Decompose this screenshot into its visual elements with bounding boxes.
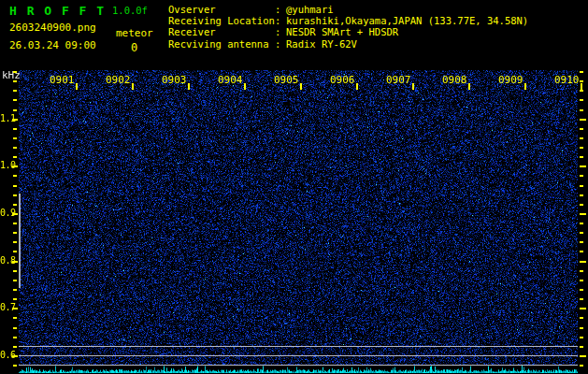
info-row-receiver: Receiver : NESDR SMArt + HDSDR <box>168 27 398 37</box>
freq-major-tick-right <box>580 119 586 121</box>
freq-minor-tick-left <box>13 251 17 252</box>
freq-minor-tick-left <box>13 223 17 224</box>
freq-major-tick-right <box>580 308 586 309</box>
freq-minor-tick-right <box>580 270 583 272</box>
freq-minor-tick-left <box>13 270 17 272</box>
freq-minor-tick-right <box>580 90 583 92</box>
info-colon: : <box>275 27 286 37</box>
time-tick <box>468 83 470 90</box>
freq-minor-tick-left <box>13 128 17 130</box>
freq-minor-tick-right <box>580 298 583 300</box>
freq-minor-tick-left <box>13 232 17 234</box>
freq-minor-tick-left <box>13 204 17 206</box>
frequency-unit-label: kHz <box>2 70 21 80</box>
freq-major-tick-right <box>580 261 586 263</box>
freq-minor-tick-right <box>580 137 583 139</box>
freq-major-tick-right <box>580 213 586 215</box>
freq-minor-tick-left <box>13 109 17 111</box>
time-label: 0901 <box>50 75 75 85</box>
time-tick <box>76 83 78 90</box>
spectrogram-canvas <box>19 70 578 373</box>
freq-minor-tick-right <box>580 185 583 187</box>
freq-minor-tick-right <box>580 80 583 82</box>
time-tick <box>132 83 134 90</box>
freq-minor-tick-right <box>580 251 583 252</box>
freq-minor-tick-right <box>580 147 583 149</box>
freq-minor-tick-right <box>580 128 583 130</box>
freq-minor-tick-left <box>13 289 17 291</box>
freq-minor-tick-left <box>13 71 17 73</box>
freq-minor-tick-left <box>13 280 17 281</box>
freq-minor-tick-right <box>580 232 583 234</box>
freq-minor-tick-right <box>580 365 583 367</box>
info-label: Recviving antenna <box>168 39 275 50</box>
time-label: 0906 <box>330 75 355 85</box>
info-row-location: Receiving Location : kurashiki,Okayama,J… <box>168 16 528 26</box>
hrofft-screen: H R O F F T 1.0.0f 2603240900.png meteor… <box>0 0 588 374</box>
meteor-label: meteor <box>116 28 153 38</box>
info-row-observer: Ovserver : @yuhmari <box>168 5 334 15</box>
freq-minor-tick-left <box>13 80 17 82</box>
time-label: 0908 <box>442 75 467 85</box>
freq-minor-tick-left <box>13 175 17 177</box>
info-value: kurashiki,Okayama,JAPAN (133.77E, 34.58N… <box>286 16 528 26</box>
freq-minor-tick-right <box>580 175 583 177</box>
freq-minor-tick-right <box>580 194 583 196</box>
time-tick <box>524 83 526 90</box>
freq-minor-tick-left <box>13 185 17 187</box>
freq-minor-tick-left <box>13 156 17 158</box>
info-colon: : <box>275 16 286 26</box>
time-tick <box>581 83 582 90</box>
freq-minor-tick-right <box>580 109 583 111</box>
time-tick <box>244 83 246 90</box>
freq-label: 0.9 <box>0 209 16 218</box>
freq-minor-tick-left <box>13 317 17 319</box>
freq-minor-tick-right <box>580 71 583 73</box>
freq-minor-tick-right <box>580 337 583 338</box>
freq-major-tick-right <box>580 165 586 167</box>
freq-minor-tick-right <box>580 346 583 348</box>
info-value: NESDR SMArt + HDSDR <box>286 27 398 37</box>
freq-label: 1.0 <box>0 161 16 170</box>
freq-minor-tick-left <box>13 365 17 367</box>
freq-minor-tick-right <box>580 317 583 319</box>
freq-minor-tick-right <box>580 289 583 291</box>
time-tick <box>300 83 302 90</box>
freq-minor-tick-left <box>13 298 17 300</box>
freq-minor-tick-right <box>580 241 583 243</box>
time-label: 0904 <box>218 75 243 85</box>
info-value: Radix RY-62V <box>286 39 357 50</box>
freq-minor-tick-left <box>13 99 17 101</box>
time-label: 0907 <box>386 75 411 85</box>
freq-label: 0.8 <box>0 256 16 266</box>
time-tick <box>356 83 358 90</box>
freq-minor-tick-left <box>13 337 17 338</box>
info-colon: : <box>275 39 286 50</box>
info-label: Receiving Location <box>168 16 275 26</box>
info-row-antenna: Recviving antenna : Radix RY-62V <box>168 39 357 50</box>
app-title: H R O F F T <box>9 5 106 17</box>
info-colon: : <box>275 5 286 15</box>
info-label: Ovserver <box>168 5 275 15</box>
freq-minor-tick-right <box>580 204 583 206</box>
freq-minor-tick-right <box>580 156 583 158</box>
freq-minor-tick-left <box>13 327 17 329</box>
freq-minor-tick-left <box>13 147 17 149</box>
info-value: @yuhmari <box>286 5 334 15</box>
freq-minor-tick-left <box>13 194 17 196</box>
freq-minor-tick-right <box>580 327 583 329</box>
time-tick <box>412 83 414 90</box>
time-label: 0905 <box>274 75 299 85</box>
time-label: 0902 <box>106 75 131 85</box>
time-label: 0903 <box>162 75 187 85</box>
freq-minor-tick-right <box>580 99 583 101</box>
datetime-label: 26.03.24 09:00 <box>9 40 96 50</box>
meteor-count: 0 <box>131 42 137 53</box>
app-version: 1.0.0f <box>112 6 148 16</box>
freq-minor-tick-left <box>13 346 17 348</box>
freq-label: 1.1 <box>0 114 16 123</box>
time-tick <box>188 83 190 90</box>
freq-minor-tick-left <box>13 137 17 139</box>
freq-minor-tick-left <box>13 241 17 243</box>
freq-minor-tick-right <box>580 280 583 281</box>
